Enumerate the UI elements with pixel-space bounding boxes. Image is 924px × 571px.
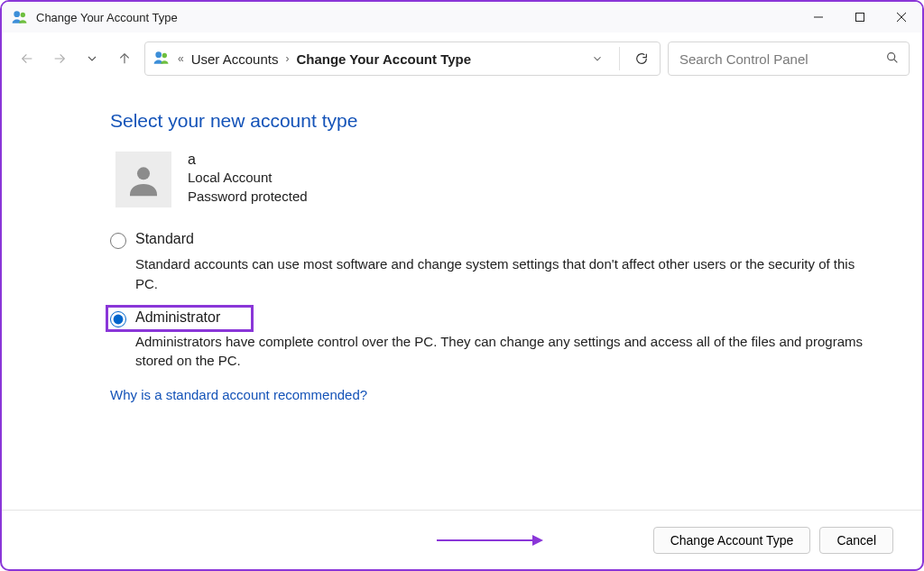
svg-point-0 — [14, 11, 20, 17]
svg-point-9 — [155, 51, 162, 58]
breadcrumb-sep-icon: › — [285, 52, 289, 65]
search-box[interactable] — [668, 41, 910, 76]
option-standard-desc: Standard accounts can use most software … — [135, 254, 864, 294]
search-input[interactable] — [678, 51, 885, 68]
radio-standard[interactable] — [110, 233, 126, 249]
svg-point-11 — [888, 52, 895, 60]
account-status-label: Password protected — [188, 187, 308, 206]
option-administrator-label: Administrator — [135, 309, 220, 326]
account-summary: a Local Account Password protected — [116, 152, 864, 207]
account-type-options: Standard Standard accounts can use most … — [110, 229, 864, 402]
option-administrator-desc: Administrators have complete control ove… — [135, 332, 864, 372]
annotation-arrow — [435, 532, 543, 548]
svg-point-10 — [162, 52, 167, 57]
option-standard-label: Standard — [135, 231, 194, 247]
option-administrator[interactable]: Administrator — [110, 309, 220, 327]
user-accounts-icon — [11, 8, 29, 26]
change-account-type-button[interactable]: Change Account Type — [653, 527, 811, 554]
search-icon[interactable] — [885, 51, 900, 68]
breadcrumb-prefix: « — [178, 52, 184, 65]
close-button[interactable] — [881, 2, 922, 32]
account-type-label: Local Account — [188, 168, 308, 187]
window-title: Change Your Account Type — [36, 11, 178, 24]
minimize-button[interactable] — [798, 2, 839, 32]
annotation-highlight: Administrator — [106, 305, 254, 332]
breadcrumb-user-accounts[interactable]: User Accounts — [191, 51, 279, 67]
avatar — [116, 152, 171, 207]
refresh-button[interactable] — [631, 48, 652, 69]
account-name: a — [188, 152, 308, 168]
footer-bar: Change Account Type Cancel — [2, 510, 922, 569]
address-dropdown-button[interactable] — [587, 48, 608, 69]
content-area: Select your new account type a Local Acc… — [2, 85, 922, 510]
addressbar-user-accounts-icon — [152, 49, 171, 69]
svg-point-1 — [21, 13, 25, 17]
svg-marker-15 — [532, 535, 543, 546]
address-bar[interactable]: « User Accounts › Change Your Account Ty… — [144, 41, 661, 76]
svg-line-12 — [894, 59, 898, 62]
svg-rect-3 — [856, 14, 864, 22]
maximize-button[interactable] — [839, 2, 881, 32]
window-frame: Change Your Account Type — [0, 0, 924, 571]
recent-dropdown-button[interactable] — [79, 46, 105, 71]
page-heading: Select your new account type — [110, 110, 864, 132]
titlebar: Change Your Account Type — [2, 2, 922, 32]
up-button[interactable] — [112, 46, 137, 71]
breadcrumb-current[interactable]: Change Your Account Type — [296, 51, 471, 67]
radio-administrator[interactable] — [110, 311, 126, 327]
help-link[interactable]: Why is a standard account recommended? — [110, 387, 367, 402]
divider — [619, 47, 620, 70]
nav-toolbar: « User Accounts › Change Your Account Ty… — [2, 32, 922, 85]
back-button[interactable] — [14, 46, 40, 71]
svg-point-13 — [137, 167, 150, 180]
forward-button[interactable] — [47, 46, 72, 71]
option-standard[interactable]: Standard — [110, 229, 864, 251]
cancel-button[interactable]: Cancel — [819, 527, 893, 554]
